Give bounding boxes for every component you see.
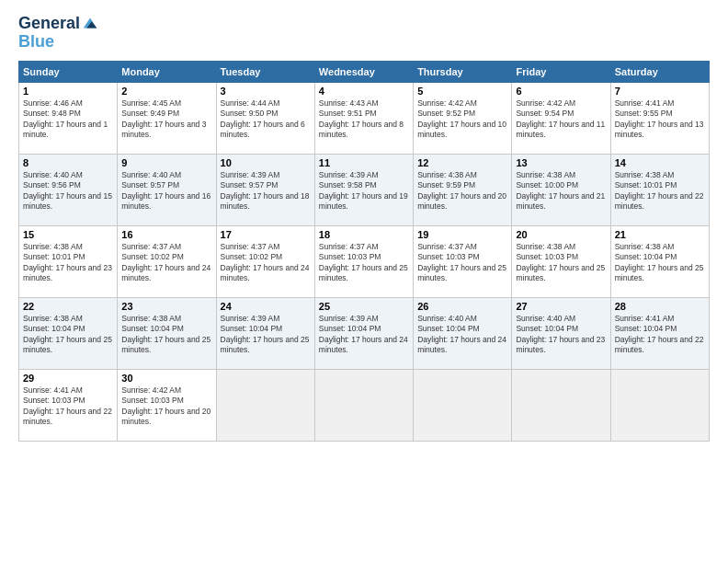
calendar-cell: 7Sunrise: 4:41 AMSunset: 9:55 PMDaylight… [610, 82, 709, 154]
calendar-cell: 20Sunrise: 4:38 AMSunset: 10:03 PMDaylig… [512, 225, 610, 297]
calendar-cell: 15Sunrise: 4:38 AMSunset: 10:01 PMDaylig… [19, 225, 118, 297]
day-info: Sunrise: 4:38 AMSunset: 10:01 PMDaylight… [615, 170, 705, 213]
day-number: 6 [516, 86, 606, 97]
day-info: Sunrise: 4:38 AMSunset: 10:01 PMDaylight… [23, 242, 113, 284]
day-number: 29 [23, 373, 113, 384]
day-info: Sunrise: 4:44 AMSunset: 9:50 PMDaylight:… [221, 98, 311, 141]
calendar-cell: 19Sunrise: 4:37 AMSunset: 10:03 PMDaylig… [414, 225, 512, 297]
calendar-cell: 17Sunrise: 4:37 AMSunset: 10:02 PMDaylig… [216, 225, 314, 297]
calendar-cell: 16Sunrise: 4:37 AMSunset: 10:02 PMDaylig… [118, 225, 216, 297]
day-info: Sunrise: 4:37 AMSunset: 10:03 PMDaylight… [417, 242, 507, 284]
day-info: Sunrise: 4:38 AMSunset: 10:04 PMDaylight… [615, 242, 705, 284]
calendar-cell: 1Sunrise: 4:46 AMSunset: 9:48 PMDaylight… [19, 82, 118, 154]
calendar-cell: 30Sunrise: 4:42 AMSunset: 10:03 PMDaylig… [118, 369, 216, 441]
calendar-cell: 2Sunrise: 4:45 AMSunset: 9:49 PMDaylight… [118, 82, 216, 154]
day-info: Sunrise: 4:41 AMSunset: 10:03 PMDaylight… [23, 385, 113, 428]
calendar-cell: 11Sunrise: 4:39 AMSunset: 9:58 PMDayligh… [314, 154, 413, 225]
logo-text-blue: Blue [18, 33, 98, 52]
calendar-cell: 14Sunrise: 4:38 AMSunset: 10:01 PMDaylig… [610, 154, 709, 225]
calendar-cell [216, 369, 314, 441]
calendar-cell [414, 369, 512, 441]
day-info: Sunrise: 4:42 AMSunset: 9:52 PMDaylight:… [417, 98, 507, 141]
weekday-header-row: SundayMondayTuesdayWednesdayThursdayFrid… [19, 61, 710, 82]
calendar-cell: 5Sunrise: 4:42 AMSunset: 9:52 PMDaylight… [414, 82, 512, 154]
day-number: 2 [121, 86, 211, 97]
day-info: Sunrise: 4:37 AMSunset: 10:02 PMDaylight… [221, 242, 311, 284]
day-info: Sunrise: 4:39 AMSunset: 9:57 PMDaylight:… [221, 170, 311, 213]
day-info: Sunrise: 4:38 AMSunset: 10:03 PMDaylight… [516, 242, 606, 284]
calendar-cell [610, 369, 709, 441]
weekday-header-wednesday: Wednesday [314, 61, 413, 82]
day-number: 21 [615, 229, 705, 240]
calendar-cell: 24Sunrise: 4:39 AMSunset: 10:04 PMDaylig… [216, 297, 314, 369]
day-info: Sunrise: 4:41 AMSunset: 9:55 PMDaylight:… [615, 98, 705, 141]
day-number: 19 [417, 229, 507, 240]
calendar-cell: 10Sunrise: 4:39 AMSunset: 9:57 PMDayligh… [216, 154, 314, 225]
logo-text: General [18, 15, 80, 33]
calendar-cell: 28Sunrise: 4:41 AMSunset: 10:04 PMDaylig… [610, 297, 709, 369]
day-number: 4 [319, 86, 409, 97]
day-info: Sunrise: 4:42 AMSunset: 10:03 PMDaylight… [121, 385, 211, 428]
day-number: 12 [417, 157, 507, 168]
day-number: 8 [23, 157, 113, 168]
day-info: Sunrise: 4:40 AMSunset: 10:04 PMDaylight… [417, 314, 507, 356]
calendar-cell: 13Sunrise: 4:38 AMSunset: 10:00 PMDaylig… [512, 154, 610, 225]
day-info: Sunrise: 4:38 AMSunset: 10:04 PMDaylight… [121, 314, 211, 356]
calendar-cell [512, 369, 610, 441]
calendar-cell: 29Sunrise: 4:41 AMSunset: 10:03 PMDaylig… [19, 369, 118, 441]
day-number: 25 [319, 301, 409, 312]
calendar-cell: 4Sunrise: 4:43 AMSunset: 9:51 PMDaylight… [314, 82, 413, 154]
calendar-cell: 6Sunrise: 4:42 AMSunset: 9:54 PMDaylight… [512, 82, 610, 154]
day-info: Sunrise: 4:40 AMSunset: 9:56 PMDaylight:… [23, 170, 113, 213]
weekday-header-sunday: Sunday [19, 61, 118, 82]
calendar-week-2: 8Sunrise: 4:40 AMSunset: 9:56 PMDaylight… [19, 154, 710, 225]
calendar-cell: 23Sunrise: 4:38 AMSunset: 10:04 PMDaylig… [118, 297, 216, 369]
day-number: 27 [516, 301, 606, 312]
header: General Blue [18, 15, 710, 52]
day-number: 24 [221, 301, 311, 312]
day-info: Sunrise: 4:46 AMSunset: 9:48 PMDaylight:… [23, 98, 113, 141]
day-info: Sunrise: 4:39 AMSunset: 10:04 PMDaylight… [319, 314, 409, 356]
day-info: Sunrise: 4:40 AMSunset: 9:57 PMDaylight:… [121, 170, 211, 213]
day-number: 13 [516, 157, 606, 168]
day-info: Sunrise: 4:38 AMSunset: 9:59 PMDaylight:… [417, 170, 507, 213]
calendar-cell: 21Sunrise: 4:38 AMSunset: 10:04 PMDaylig… [610, 225, 709, 297]
day-info: Sunrise: 4:38 AMSunset: 10:04 PMDaylight… [23, 314, 113, 356]
day-info: Sunrise: 4:40 AMSunset: 10:04 PMDaylight… [516, 314, 606, 356]
day-number: 18 [319, 229, 409, 240]
day-number: 3 [221, 86, 311, 97]
day-info: Sunrise: 4:38 AMSunset: 10:00 PMDaylight… [516, 170, 606, 213]
day-number: 14 [615, 157, 705, 168]
calendar-week-3: 15Sunrise: 4:38 AMSunset: 10:01 PMDaylig… [19, 225, 710, 297]
day-number: 16 [121, 229, 211, 240]
day-info: Sunrise: 4:37 AMSunset: 10:03 PMDaylight… [319, 242, 409, 284]
day-number: 26 [417, 301, 507, 312]
calendar-cell: 18Sunrise: 4:37 AMSunset: 10:03 PMDaylig… [314, 225, 413, 297]
calendar-cell: 8Sunrise: 4:40 AMSunset: 9:56 PMDaylight… [19, 154, 118, 225]
day-info: Sunrise: 4:43 AMSunset: 9:51 PMDaylight:… [319, 98, 409, 141]
day-number: 17 [221, 229, 311, 240]
day-number: 20 [516, 229, 606, 240]
calendar-cell: 26Sunrise: 4:40 AMSunset: 10:04 PMDaylig… [414, 297, 512, 369]
calendar-cell [314, 369, 413, 441]
day-info: Sunrise: 4:41 AMSunset: 10:04 PMDaylight… [615, 314, 705, 356]
weekday-header-friday: Friday [512, 61, 610, 82]
calendar-week-5: 29Sunrise: 4:41 AMSunset: 10:03 PMDaylig… [19, 369, 710, 441]
day-number: 1 [23, 86, 113, 97]
calendar-cell: 9Sunrise: 4:40 AMSunset: 9:57 PMDaylight… [118, 154, 216, 225]
calendar-cell: 12Sunrise: 4:38 AMSunset: 9:59 PMDayligh… [414, 154, 512, 225]
day-info: Sunrise: 4:42 AMSunset: 9:54 PMDaylight:… [516, 98, 606, 141]
calendar-week-1: 1Sunrise: 4:46 AMSunset: 9:48 PMDaylight… [19, 82, 710, 154]
page: General Blue SundayMondayTuesdayWednesda… [0, 0, 728, 563]
calendar-cell: 22Sunrise: 4:38 AMSunset: 10:04 PMDaylig… [19, 297, 118, 369]
day-info: Sunrise: 4:39 AMSunset: 10:04 PMDaylight… [221, 314, 311, 356]
day-number: 7 [615, 86, 705, 97]
day-number: 23 [121, 301, 211, 312]
logo-icon [82, 15, 98, 31]
weekday-header-tuesday: Tuesday [216, 61, 314, 82]
day-number: 10 [221, 157, 311, 168]
day-number: 5 [417, 86, 507, 97]
day-info: Sunrise: 4:39 AMSunset: 9:58 PMDaylight:… [319, 170, 409, 213]
calendar-cell: 25Sunrise: 4:39 AMSunset: 10:04 PMDaylig… [314, 297, 413, 369]
day-number: 28 [615, 301, 705, 312]
